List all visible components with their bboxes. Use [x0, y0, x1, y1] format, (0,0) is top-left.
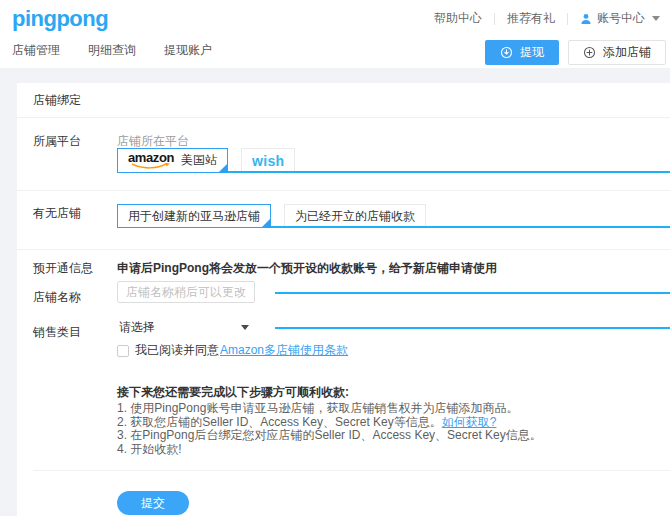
caret-down-icon [652, 16, 660, 21]
preopen-label: 预开通信息 [33, 260, 93, 277]
selected-corner-icon [219, 164, 227, 172]
section-divider [17, 249, 670, 250]
tab-new-amazon-store-label: 用于创建新的亚马逊店铺 [128, 208, 260, 225]
nav-detail-query[interactable]: 明细查询 [86, 42, 138, 59]
withdraw-button[interactable]: 提现 [485, 40, 559, 65]
step-item: 4. 开始收款! [117, 443, 542, 457]
add-store-button-label: 添加店铺 [603, 44, 651, 61]
selected-corner-icon [262, 219, 270, 227]
platform-label: 所属平台 [33, 133, 81, 150]
category-select-value: 请选择 [119, 319, 155, 336]
amazon-smile-icon [131, 163, 171, 169]
tab-existing-store-label: 为已经开立的店铺收款 [295, 208, 415, 225]
step-item: 3. 在PingPong后台绑定您对应店铺的Seller ID、Access K… [117, 429, 542, 443]
account-menu[interactable]: 账号中心 [580, 10, 660, 27]
tab-new-amazon-store[interactable]: 用于创建新的亚马逊店铺 [117, 204, 271, 228]
user-icon [580, 13, 592, 25]
submit-button[interactable]: 提交 [117, 491, 189, 515]
tab-amazon-us[interactable]: amazon 美国站 [117, 148, 228, 173]
agreement-text: 我已阅读并同意 [135, 342, 219, 359]
shop-status-label: 有无店铺 [33, 205, 81, 222]
category-label: 销售类目 [33, 324, 81, 341]
multi-store-terms-link[interactable]: Amazon多店铺使用条款 [220, 342, 348, 359]
agreement-row: 我已阅读并同意Amazon多店铺使用条款 [117, 342, 348, 359]
divider [494, 13, 495, 25]
tab-existing-store[interactable]: 为已经开立的店铺收款 [284, 204, 426, 228]
referral-link[interactable]: 推荐有礼 [507, 10, 555, 27]
platform-tabs: amazon 美国站 wish [117, 148, 295, 173]
card-title: 店铺绑定 [33, 92, 81, 109]
how-to-get-link[interactable]: 如何获取? [442, 415, 497, 429]
step-item: 2. 获取您店铺的Seller ID、Access Key、Secret Key… [117, 416, 542, 430]
main-nav: 店铺管理 明细查询 提现账户 [10, 42, 214, 59]
page: pingpong 帮助中心 推荐有礼 账号中心 店铺管理 明细查询 提现账户 [0, 0, 670, 516]
steps-list: 1. 使用PingPong账号申请亚马逊店铺，获取店铺销售权并为店铺添加商品。 … [117, 402, 542, 456]
pingpong-logo[interactable]: pingpong [12, 6, 108, 32]
preopen-description: 申请后PingPong将会发放一个预开设的收款账号，给予新店铺申请使用 [117, 260, 497, 277]
divider [567, 13, 568, 25]
nav-withdraw-account[interactable]: 提现账户 [162, 42, 214, 59]
section-divider [17, 190, 670, 191]
footer-divider [33, 470, 670, 471]
add-store-button[interactable]: 添加店铺 [568, 40, 666, 65]
steps-title: 接下来您还需要完成以下步骤方可顺利收款: [117, 384, 349, 401]
decorative-blue-line [275, 327, 670, 329]
shop-name-input[interactable] [117, 281, 255, 303]
tab-amazon-region-label: 美国站 [181, 152, 217, 169]
plus-circle-icon [583, 46, 596, 59]
decorative-blue-line [275, 292, 670, 294]
account-menu-label: 账号中心 [597, 10, 645, 27]
withdraw-circle-arrow-icon [500, 46, 513, 59]
withdraw-button-label: 提现 [520, 44, 544, 61]
help-center-link[interactable]: 帮助中心 [434, 10, 482, 27]
utility-links: 帮助中心 推荐有礼 账号中心 [434, 10, 660, 27]
amazon-logo: amazon [128, 153, 174, 169]
tab-wish[interactable]: wish [241, 148, 295, 173]
category-select[interactable]: 请选择 [117, 317, 255, 337]
section-divider [17, 117, 670, 118]
store-binding-card: 店铺绑定 所属平台 店铺所在平台 amazon 美国站 wish [17, 83, 670, 516]
wish-logo: wish [252, 153, 284, 169]
top-header: pingpong 帮助中心 推荐有礼 账号中心 店铺管理 明细查询 提现账户 [0, 0, 670, 68]
header-actions: 提现 添加店铺 [485, 40, 666, 65]
select-caret-down-icon [241, 325, 249, 330]
shop-name-label: 店铺名称 [33, 289, 81, 306]
agreement-checkbox[interactable] [117, 345, 129, 357]
step-item: 1. 使用PingPong账号申请亚马逊店铺，获取店铺销售权并为店铺添加商品。 [117, 402, 542, 416]
shop-status-tabs: 用于创建新的亚马逊店铺 为已经开立的店铺收款 [117, 204, 426, 228]
nav-store-management[interactable]: 店铺管理 [10, 42, 62, 59]
